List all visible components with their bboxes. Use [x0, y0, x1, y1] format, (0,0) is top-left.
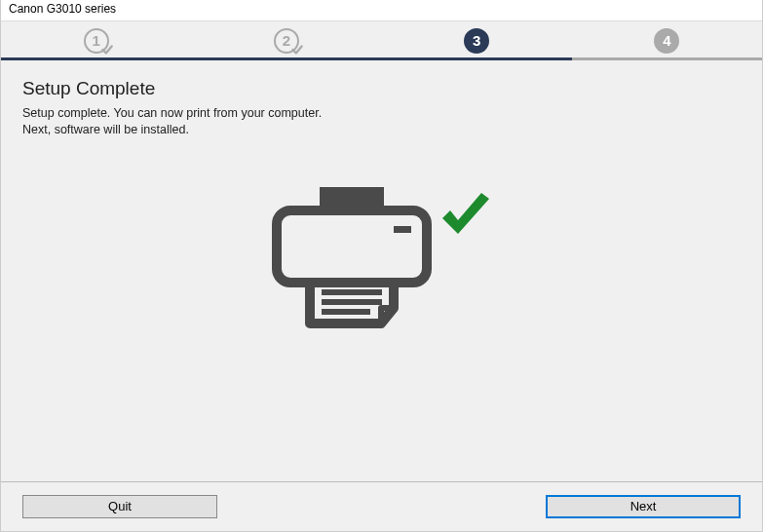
window-title: Canon G3010 series — [9, 2, 116, 16]
footer-bar: Quit Next — [1, 481, 762, 530]
step-4-number: 4 — [663, 32, 670, 49]
step-3-circle: 3 — [464, 28, 489, 54]
main-content: Setup Complete Setup complete. You can n… — [1, 60, 762, 481]
printer-icon — [269, 187, 435, 333]
svg-rect-2 — [277, 210, 427, 283]
step-1-number: 1 — [92, 32, 99, 49]
step-3-number: 3 — [473, 32, 480, 49]
step-3-current: 3 — [382, 23, 572, 60]
svg-rect-3 — [394, 226, 411, 233]
step-1: 1 — [1, 23, 191, 60]
wizard-steps: 1 2 3 4 — [1, 23, 762, 60]
step-2-number: 2 — [283, 32, 290, 49]
next-button[interactable]: Next — [546, 495, 741, 518]
check-icon — [290, 43, 304, 57]
success-check-icon — [437, 189, 495, 247]
desc-line-2: Next, software will be installed. — [22, 123, 189, 136]
step-4-circle: 4 — [654, 28, 679, 54]
quit-button[interactable]: Quit — [22, 495, 217, 518]
page-description: Setup complete. You can now print from y… — [22, 105, 741, 138]
step-2: 2 — [191, 23, 381, 60]
step-4: 4 — [572, 23, 762, 60]
window-titlebar: Canon G3010 series — [1, 0, 762, 21]
page-title: Setup Complete — [22, 78, 741, 99]
desc-line-1: Setup complete. You can now print from y… — [22, 106, 322, 120]
step-2-circle: 2 — [274, 28, 299, 54]
check-icon — [100, 43, 114, 57]
step-1-circle: 1 — [84, 28, 109, 54]
setup-complete-illustration — [269, 187, 495, 333]
